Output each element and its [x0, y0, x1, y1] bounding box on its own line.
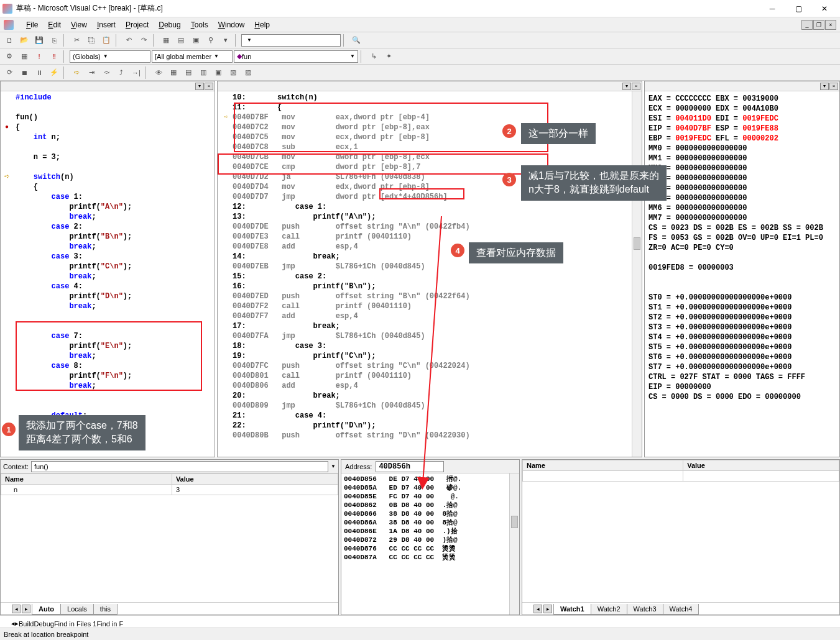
tab-watch2[interactable]: Watch2	[591, 604, 627, 615]
memory-dump[interactable]: 0040D856 DE D7 40 00 拊@.0040D85A ED D7 4…	[341, 473, 519, 615]
undo-icon[interactable]: ↶	[122, 34, 136, 47]
new-file-icon[interactable]: 🗋	[2, 34, 16, 47]
callstack-icon[interactable]: ▧	[226, 66, 240, 80]
quickwatch-icon[interactable]: 👁	[152, 66, 165, 80]
watch-pane: NameValue ◂ ▸ Watch1 Watch2 Watch3 Watch…	[522, 459, 840, 615]
tab-find1[interactable]: Find in Files 1	[54, 620, 96, 628]
menu-insert[interactable]: Insert	[92, 19, 121, 30]
pane-close-icon[interactable]: ×	[205, 83, 213, 90]
step-out-icon[interactable]: ⤴	[114, 66, 128, 80]
address-input[interactable]	[376, 461, 444, 472]
bottom-panels: Context: ▼ NameValue n3 ◂ ▸ Auto Locals …	[0, 457, 840, 615]
disassembly-view[interactable]: 10: switch(n)11: {➪0040D7BF mov eax,dwor…	[218, 91, 642, 457]
mdi-close[interactable]: ×	[825, 20, 836, 30]
run-to-cursor-icon[interactable]: →|	[129, 66, 143, 80]
save-all-icon[interactable]: ⎘	[47, 34, 61, 47]
watch-grid[interactable]: NameValue	[522, 460, 839, 602]
menu-view[interactable]: View	[66, 19, 92, 30]
minimize-button[interactable]: ─	[759, 1, 785, 16]
menu-window[interactable]: Window	[213, 19, 250, 30]
find-icon[interactable]: ⚲	[204, 34, 218, 47]
save-icon[interactable]: 💾	[32, 34, 46, 47]
locals-grid[interactable]: NameValue n3	[1, 473, 338, 602]
tab-locals[interactable]: Locals	[60, 604, 94, 615]
step-over-icon[interactable]: ⤼	[99, 66, 113, 80]
tab-scroll-right-icon[interactable]: ▸	[22, 605, 30, 613]
maximize-button[interactable]: ▢	[785, 1, 811, 16]
tab-watch3[interactable]: Watch3	[627, 604, 663, 615]
context-combo[interactable]	[31, 461, 328, 472]
work-area: ▾× ●➪ #include fun(){ int n; n = 3; swit…	[0, 81, 840, 457]
output-icon[interactable]: ▤	[174, 34, 188, 47]
menu-help[interactable]: Help	[249, 19, 275, 30]
function-combo[interactable]: ◆fun▼	[234, 50, 358, 63]
stop-build-icon[interactable]: !	[32, 50, 46, 63]
redo-icon[interactable]: ↷	[137, 34, 150, 47]
status-bar: Break at location breakpoint	[0, 628, 840, 640]
memory-icon[interactable]: ▣	[211, 66, 225, 80]
tab-watch4[interactable]: Watch4	[663, 604, 699, 615]
tab-watch1[interactable]: Watch1	[553, 604, 591, 615]
tab-build[interactable]: Build	[19, 620, 34, 628]
pane-close-icon-r[interactable]: ×	[829, 83, 838, 90]
cut-icon[interactable]: ✂	[70, 34, 83, 47]
pane-top-btn-a[interactable]: ▾	[622, 83, 631, 90]
menu-tools[interactable]: Tools	[186, 19, 213, 30]
menu-edit[interactable]: Edit	[43, 19, 66, 30]
pane-close-icon-a[interactable]: ×	[632, 83, 640, 90]
mem-scrollbar[interactable]	[509, 473, 519, 615]
workspace-icon[interactable]: ▦	[159, 34, 173, 47]
watch-scroll-right-icon[interactable]: ▸	[543, 605, 552, 613]
restart-icon[interactable]: ⟳	[2, 66, 16, 80]
close-button[interactable]: ✕	[811, 1, 838, 16]
build-icon[interactable]: ▦	[17, 50, 31, 63]
menu-file[interactable]: File	[21, 19, 43, 30]
status-text: Break at location breakpoint	[4, 631, 88, 638]
search-icon[interactable]: 🔍	[349, 34, 363, 47]
goto-icon[interactable]: ↳	[367, 50, 381, 63]
globals-combo[interactable]: (Globals)▼	[70, 50, 150, 63]
compile-icon[interactable]: ⚙	[2, 50, 16, 63]
mdi-restore[interactable]: ❐	[813, 20, 824, 30]
apply-code-icon[interactable]: ⚡	[47, 66, 61, 80]
stop-debug-icon[interactable]: ⏹	[17, 66, 31, 80]
title-bar: 草稿 - Microsoft Visual C++ [break] - [草稿.…	[0, 0, 840, 17]
menu-project[interactable]: Project	[121, 19, 154, 30]
find-combo[interactable]: ▼	[241, 34, 341, 47]
watch-tabs: ◂ ▸ Watch1 Watch2 Watch3 Watch4	[522, 602, 839, 615]
open-file-icon[interactable]: 📂	[17, 34, 31, 47]
registers-pane: ▾× EAX = CCCCCCCC EBX = 00319000ECX = 00…	[644, 81, 840, 457]
mdi-minimize[interactable]: _	[801, 20, 813, 30]
show-next-icon[interactable]: ➪	[70, 66, 83, 80]
execute-icon[interactable]: ‼	[47, 50, 61, 63]
step-into-icon[interactable]: ⇥	[85, 66, 98, 80]
watch-icon[interactable]: ▦	[167, 66, 180, 80]
pane-top-btn-r[interactable]: ▾	[820, 83, 829, 90]
pane-top-btn1[interactable]: ▾	[195, 83, 204, 90]
tab-scroll-left-icon[interactable]: ◂	[12, 605, 21, 613]
members-combo[interactable]: [All global member▼	[152, 50, 233, 63]
paste-icon[interactable]: 📋	[99, 34, 113, 47]
registers-icon[interactable]: ▥	[196, 66, 210, 80]
watch-scroll-left-icon[interactable]: ◂	[533, 605, 542, 613]
dropdown-icon[interactable]: ▾	[219, 34, 233, 47]
tab-auto[interactable]: Auto	[32, 604, 61, 615]
copy-icon[interactable]: ⿻	[85, 34, 98, 47]
break-icon[interactable]: ⏸	[32, 66, 46, 80]
window-list-icon[interactable]: ▣	[189, 34, 203, 47]
mdi-controls: _ ❐ ×	[801, 20, 836, 30]
memory-pane: Address: 0040D856 DE D7 40 00 拊@.0040D85…	[341, 459, 520, 615]
asm-scrollbar[interactable]	[632, 91, 642, 457]
disasm-icon[interactable]: ▨	[241, 66, 255, 80]
registers-view[interactable]: EAX = CCCCCCCC EBX = 00319000ECX = 00000…	[645, 91, 839, 457]
tab-debug[interactable]: Debug	[34, 620, 53, 628]
source-code-pane: ▾× ●➪ #include fun(){ int n; n = 3; swit…	[0, 81, 215, 457]
output-tabs: ◂ ▸ Build Debug Find in Files 1 Find in …	[0, 615, 840, 628]
source-code[interactable]: #include fun(){ int n; n = 3; switch(n) …	[13, 91, 134, 457]
tab-this[interactable]: this	[93, 604, 118, 615]
menu-debug[interactable]: Debug	[154, 19, 185, 30]
wizard-icon[interactable]: ✦	[382, 50, 395, 63]
debug-toolbar: ⟳ ⏹ ⏸ ⚡ ➪ ⇥ ⤼ ⤴ →| 👁 ▦ ▤ ▥ ▣ ▧ ▨	[0, 65, 840, 81]
tab-find2[interactable]: Find in F	[96, 620, 123, 628]
variables-icon[interactable]: ▤	[182, 66, 195, 80]
